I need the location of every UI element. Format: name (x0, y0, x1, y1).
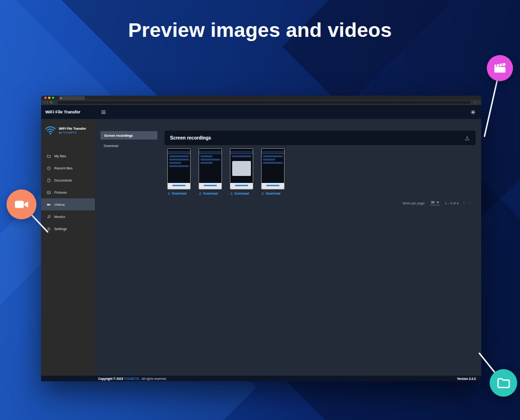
maximize-window-button[interactable] (52, 97, 54, 99)
download-icon (230, 192, 233, 195)
gear-icon (47, 227, 51, 231)
sidebar-item-label: Documents (54, 178, 72, 182)
download-link[interactable]: Download (230, 192, 253, 195)
folder-icon (496, 376, 511, 391)
items-per-page-value: 30 (431, 201, 435, 204)
minimize-window-button[interactable] (48, 97, 50, 99)
wifi-logo-icon (45, 125, 56, 136)
download-icon (167, 192, 171, 195)
sidebar-item-label: My files (54, 154, 66, 158)
sidebar-item-label: Musics (54, 215, 65, 219)
logo-subtitle: by TOUSETIS (59, 131, 86, 134)
copyright-rest: . All rights reserved. (140, 377, 167, 380)
video-card[interactable]: Download (230, 148, 253, 195)
close-window-button[interactable] (44, 97, 47, 99)
sidebar-menu: My files Recent files Documents Pic (41, 150, 95, 235)
clapperboard-icon (493, 61, 507, 75)
download-link[interactable]: Download (261, 192, 285, 195)
copyright-text: Copyright © 2023 (98, 377, 123, 380)
download-icon (199, 192, 202, 195)
video-thumbnail[interactable] (167, 148, 191, 189)
download-all-icon[interactable] (464, 135, 470, 141)
video-card[interactable]: Download (167, 148, 191, 195)
address-bar[interactable] (57, 101, 470, 104)
sidebar-item-documents[interactable]: Documents (41, 174, 95, 186)
browser-window: ‹ › ↻ ⋮ WiFi File Transfer (41, 96, 481, 381)
sidebar-item-label: Pictures (54, 190, 67, 195)
video-card[interactable]: Download (199, 148, 222, 195)
chevron-down-icon (436, 202, 439, 203)
sidebar-item-videos[interactable]: Videos (41, 198, 95, 210)
items-per-page-label: Items per page: (403, 202, 426, 205)
browser-tab[interactable] (59, 96, 85, 100)
video-thumbnail[interactable] (199, 148, 222, 189)
image-icon (47, 190, 51, 195)
download-link[interactable]: Download (199, 192, 222, 195)
logo-title: WiFi File Transfer (59, 127, 86, 130)
browser-toolbar: ‹ › ↻ ⋮ (41, 100, 481, 105)
page-range: 1 – 4 of 4 (445, 202, 458, 205)
previous-page-button[interactable]: ‹ (463, 201, 464, 205)
sidebar-item-settings[interactable]: Settings (41, 223, 95, 235)
video-camera-icon (14, 196, 29, 212)
version-text: Version 3.4.3 (457, 377, 476, 380)
sidebar-item-label: Videos (54, 203, 65, 207)
forward-button[interactable]: › (47, 101, 48, 104)
folder-icon (47, 154, 51, 158)
video-camera-badge (7, 189, 36, 219)
snowflake-icon[interactable] (470, 110, 476, 115)
sidebar-item-musics[interactable]: Musics (41, 210, 95, 223)
pagination: Items per page: 30 1 – 4 of 4 ‹ › (403, 201, 471, 205)
browser-tab-bar (41, 96, 481, 100)
wifi-file-transfer-app: WiFi File Transfer (41, 105, 481, 381)
page: Preview images and videos ‹ › ↻ ⋮ WiFi F… (0, 0, 520, 420)
sidebar-item-my-files[interactable]: My files (41, 150, 95, 162)
developer-link[interactable]: TOUSETIS (63, 131, 77, 134)
content-area: Screen recordings Download Screen record… (95, 119, 481, 376)
app-header: WiFi File Transfer (41, 105, 481, 119)
app-body: WiFi File Transfer by TOUSETIS My files … (41, 119, 481, 376)
items-per-page-select[interactable]: 30 (430, 201, 440, 205)
download-link[interactable]: Download (167, 192, 191, 195)
back-button[interactable]: ‹ (44, 101, 45, 104)
download-label: Download (203, 192, 218, 195)
download-label: Download (235, 192, 249, 195)
sidebar-item-label: Recent files (54, 166, 72, 170)
clapperboard-badge (487, 55, 513, 81)
browser-menu-icon[interactable]: ⋮ (473, 101, 477, 104)
tab-download[interactable]: Download (104, 144, 118, 147)
app-title: WiFi File Transfer (41, 110, 95, 114)
logo-by-prefix: by (59, 131, 63, 134)
section-header: Screen recordings (164, 131, 476, 145)
next-page-button[interactable]: › (470, 201, 471, 205)
download-icon (261, 192, 264, 195)
download-label: Download (266, 192, 280, 195)
app-footer: Copyright © 2023 TOUSETIS . All rights r… (41, 376, 481, 381)
reload-button[interactable]: ↻ (50, 101, 53, 104)
app-logo: WiFi File Transfer by TOUSETIS (41, 119, 95, 140)
copyright-link[interactable]: TOUSETIS (124, 377, 139, 380)
music-icon (47, 215, 51, 219)
hamburger-menu-icon[interactable] (101, 111, 106, 112)
sidebar: WiFi File Transfer by TOUSETIS My files … (41, 119, 95, 376)
sidebar-item-recent-files[interactable]: Recent files (41, 162, 95, 174)
sidebar-item-label: Settings (54, 227, 67, 231)
clock-icon (47, 166, 51, 170)
folder-badge (490, 369, 517, 397)
document-icon (47, 178, 51, 182)
video-icon (47, 203, 51, 207)
tab-favicon (60, 98, 62, 99)
video-card[interactable]: Download (261, 148, 285, 195)
video-thumbnail[interactable] (261, 148, 285, 189)
tab-screen-recordings[interactable]: Screen recordings (100, 131, 157, 140)
hero-title: Preview images and videos (0, 19, 520, 42)
sidebar-item-pictures[interactable]: Pictures (41, 186, 95, 198)
video-thumbnail[interactable] (230, 148, 253, 189)
section-title: Screen recordings (170, 135, 211, 140)
download-label: Download (172, 192, 186, 195)
